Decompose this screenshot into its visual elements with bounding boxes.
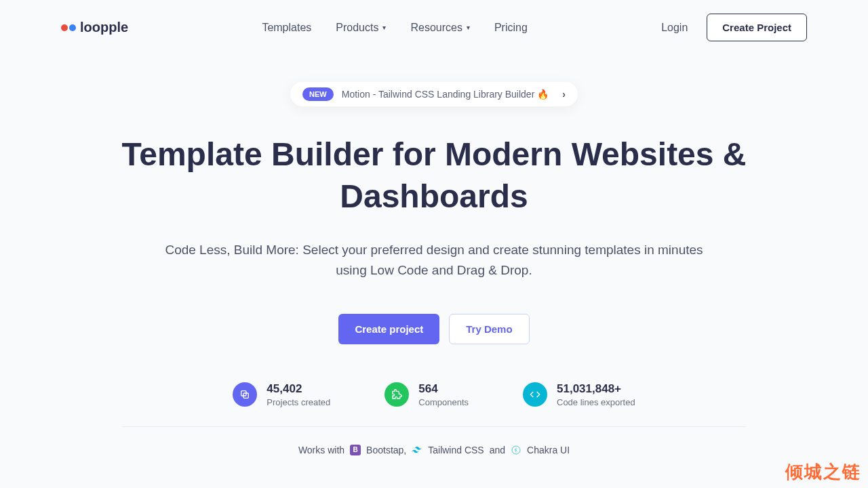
logo-dots-icon: [61, 24, 76, 31]
nav-resources[interactable]: Resources▾: [410, 22, 469, 34]
try-demo-button[interactable]: Try Demo: [449, 314, 529, 344]
page-subtitle: Code Less, Build More: Select your prefe…: [163, 240, 705, 281]
watermark: 倾城之链: [785, 460, 861, 484]
nav-products[interactable]: Products▾: [336, 22, 386, 34]
works-prefix: Works with: [298, 445, 344, 455]
logo[interactable]: loopple: [61, 20, 128, 35]
puzzle-icon: [384, 382, 409, 407]
copy-icon: [233, 382, 257, 407]
nav-pricing[interactable]: Pricing: [494, 22, 528, 34]
announcement-pill[interactable]: NEW Motion - Tailwind CSS Landing Librar…: [290, 82, 578, 106]
stat-label: Code lines exported: [557, 397, 635, 407]
works-with-row: Works with B Bootstap, Tailwind CSS and …: [81, 445, 787, 455]
code-icon: [523, 382, 547, 407]
page-title: Template Builder for Modern Websites & D…: [81, 134, 787, 218]
works-item: Tailwind CSS: [428, 445, 484, 455]
chakra-icon: [511, 445, 521, 455]
stat-projects: 45,402 Projects created: [233, 382, 330, 407]
works-item: Chakra UI: [527, 445, 570, 455]
chevron-down-icon: ▾: [382, 24, 386, 31]
nav-templates[interactable]: Templates: [262, 22, 311, 34]
works-joiner: and: [490, 445, 505, 455]
stat-label: Projects created: [267, 397, 330, 407]
brand-text: loopple: [80, 20, 128, 35]
stat-value: 564: [418, 382, 469, 396]
stat-components: 564 Components: [384, 382, 469, 407]
create-project-button[interactable]: Create Project: [707, 14, 807, 41]
stat-label: Components: [418, 397, 469, 407]
main-nav: Templates Products▾ Resources▾ Pricing: [262, 22, 527, 34]
stats-row: 45,402 Projects created 564 Components 5…: [122, 382, 746, 427]
stat-codelines: 51,031,848+ Code lines exported: [523, 382, 635, 407]
create-project-cta[interactable]: Create project: [338, 314, 439, 344]
new-badge: NEW: [302, 87, 334, 101]
stat-value: 45,402: [267, 382, 330, 396]
stat-value: 51,031,848+: [557, 382, 635, 396]
chevron-down-icon: ▾: [467, 24, 470, 31]
chevron-right-icon: ›: [562, 89, 566, 100]
announcement-text: Motion - Tailwind CSS Landing Library Bu…: [342, 89, 549, 100]
bootstrap-icon: B: [350, 445, 361, 455]
login-link[interactable]: Login: [661, 22, 688, 34]
works-item: Bootstap,: [366, 445, 406, 455]
tailwind-icon: [412, 445, 422, 455]
